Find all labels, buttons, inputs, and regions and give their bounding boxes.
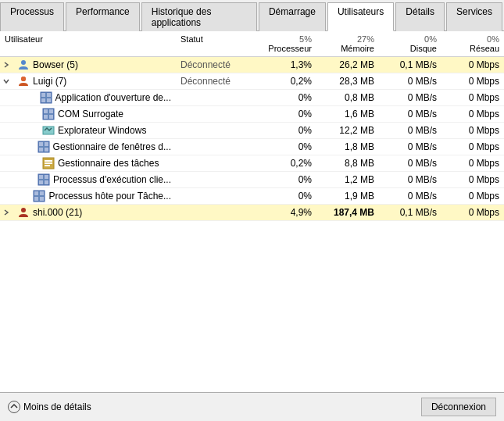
cell-name: Gestionnaire de fenêtres d...	[0, 139, 176, 155]
col-header-network[interactable]: 0% Réseau	[441, 31, 504, 56]
row-name-text: COM Surrogate	[58, 109, 123, 120]
svg-rect-15	[39, 142, 43, 146]
cell-memory: 1,8 MB	[316, 139, 379, 155]
col-header-status[interactable]: Statut	[176, 31, 254, 56]
icon-app	[42, 108, 55, 120]
svg-rect-12	[49, 115, 53, 119]
cell-cpu: 0%	[254, 172, 316, 187]
table-row[interactable]: Explorateur Windows0%12,2 MB0 MB/s0 Mbps	[0, 123, 504, 139]
table-row[interactable]: Application d'ouverture de...0%0,8 MB0 M…	[0, 90, 504, 106]
row-name-text: Application d'ouverture de...	[55, 92, 171, 103]
cell-cpu: 0%	[254, 106, 316, 122]
cell-cpu: 0%	[254, 188, 316, 204]
svg-rect-9	[44, 109, 48, 113]
table-row[interactable]: Gestionnaire de fenêtres d...0%1,8 MB0 M…	[0, 139, 504, 155]
row-name-text: shi.000 (21)	[33, 207, 82, 218]
tab-utilisateurs[interactable]: Utilisateurs	[327, 2, 394, 31]
svg-rect-5	[47, 93, 51, 97]
cell-status	[176, 90, 254, 105]
table-row[interactable]: COM Surrogate0%1,6 MB0 MB/s0 Mbps	[0, 106, 504, 123]
cell-network: 0 Mbps	[441, 106, 504, 122]
row-name-text: Processus hôte pour Tâche...	[48, 191, 171, 202]
tab-performance[interactable]: Performance	[66, 2, 140, 31]
col-label-status: Statut	[181, 34, 203, 44]
deconnexion-button[interactable]: Déconnexion	[421, 398, 496, 416]
cell-cpu: 0%	[254, 139, 316, 155]
svg-rect-18	[45, 148, 48, 152]
svg-rect-21	[45, 162, 52, 164]
cell-name: Processus hôte pour Tâche...	[0, 188, 176, 204]
icon-app	[33, 190, 45, 202]
table-row[interactable]: Gestionnaire des tâches0,2%8,8 MB0 MB/s0…	[0, 155, 504, 172]
cell-cpu: 0,2%	[254, 155, 316, 171]
tab-historique[interactable]: Historique des applications	[141, 2, 257, 31]
cell-cpu: 0%	[254, 123, 316, 138]
cell-status: Déconnecté	[176, 57, 254, 73]
tab-services[interactable]: Services	[446, 2, 502, 31]
expand-col[interactable]	[3, 209, 14, 216]
svg-point-2	[21, 77, 26, 81]
cell-disk: 0 MB/s	[379, 106, 441, 122]
svg-rect-16	[45, 142, 48, 146]
cell-memory: 187,4 MB	[316, 205, 379, 220]
icon-user2	[17, 75, 30, 87]
col-header-user[interactable]: Utilisateur	[0, 31, 176, 56]
icon-app-yellow	[42, 157, 55, 169]
table-row[interactable]: Processus hôte pour Tâche...0%1,9 MB0 MB…	[0, 188, 504, 205]
tab-demarrage[interactable]: Démarrage	[259, 2, 326, 31]
cell-disk: 0 MB/s	[379, 90, 441, 105]
expand-col[interactable]	[3, 62, 14, 68]
cell-network: 0 Mbps	[441, 155, 504, 171]
less-details-button[interactable]: Moins de détails	[8, 401, 91, 413]
cell-status	[176, 123, 254, 138]
table-row[interactable]: shi.000 (21)4,9%187,4 MB0,1 MB/s0 Mbps	[0, 205, 504, 221]
col-pct-network: 0%	[487, 34, 499, 44]
cell-status	[176, 188, 254, 204]
less-details-label: Moins de détails	[23, 401, 91, 412]
cell-disk: 0,1 MB/s	[379, 57, 441, 73]
table-body: Bowser (5)Déconnecté1,3%26,2 MB0,1 MB/s0…	[0, 57, 504, 392]
cell-cpu: 0%	[254, 90, 316, 105]
cell-name: Application d'ouverture de...	[0, 90, 176, 105]
svg-rect-26	[39, 180, 43, 184]
less-details-icon	[8, 401, 20, 413]
svg-rect-31	[34, 197, 38, 201]
cell-name: Explorateur Windows	[0, 123, 176, 138]
row-name-text: Gestionnaire de fenêtres d...	[53, 141, 171, 152]
table-row[interactable]: Processus d'exécution clie...0%1,2 MB0 M…	[0, 172, 504, 188]
cell-disk: 0 MB/s	[379, 188, 441, 204]
icon-user	[17, 59, 30, 71]
cell-memory: 1,9 MB	[316, 188, 379, 204]
table-row[interactable]: Luigi (7)Déconnecté0,2%28,3 MB0 MB/s0 Mb…	[0, 73, 504, 90]
cell-cpu: 1,3%	[254, 57, 316, 73]
icon-app	[38, 141, 50, 153]
col-header-disk[interactable]: 0% Disque	[379, 31, 441, 56]
table-row[interactable]: Bowser (5)Déconnecté1,3%26,2 MB0,1 MB/s0…	[0, 57, 504, 73]
main-content: Utilisateur Statut 5% Processeur 27% Mém…	[0, 31, 504, 392]
row-name-text: Processus d'exécution clie...	[53, 174, 171, 185]
svg-rect-24	[39, 175, 43, 179]
tab-details[interactable]: Détails	[395, 2, 445, 31]
cell-network: 0 Mbps	[441, 123, 504, 138]
col-header-cpu[interactable]: 5% Processeur	[254, 31, 316, 56]
cell-disk: 0 MB/s	[379, 155, 441, 171]
col-pct-cpu: 5%	[299, 34, 312, 44]
cell-disk: 0 MB/s	[379, 123, 441, 138]
cell-memory: 28,3 MB	[316, 73, 379, 89]
col-header-memory[interactable]: 27% Mémoire	[316, 31, 379, 56]
row-name-text: Bowser (5)	[33, 59, 78, 70]
table-header: Utilisateur Statut 5% Processeur 27% Mém…	[0, 31, 504, 57]
expand-col[interactable]	[3, 78, 14, 84]
cell-disk: 0,1 MB/s	[379, 205, 441, 220]
cell-status	[176, 155, 254, 171]
row-name-text: Gestionnaire des tâches	[58, 158, 159, 169]
cell-network: 0 Mbps	[441, 90, 504, 105]
svg-rect-27	[45, 180, 48, 184]
cell-network: 0 Mbps	[441, 188, 504, 204]
cell-name: COM Surrogate	[0, 106, 176, 122]
cell-memory: 12,2 MB	[316, 123, 379, 138]
tab-processus[interactable]: Processus	[0, 2, 64, 31]
cell-status	[176, 205, 254, 220]
icon-app	[40, 91, 52, 104]
cell-memory: 26,2 MB	[316, 57, 379, 73]
